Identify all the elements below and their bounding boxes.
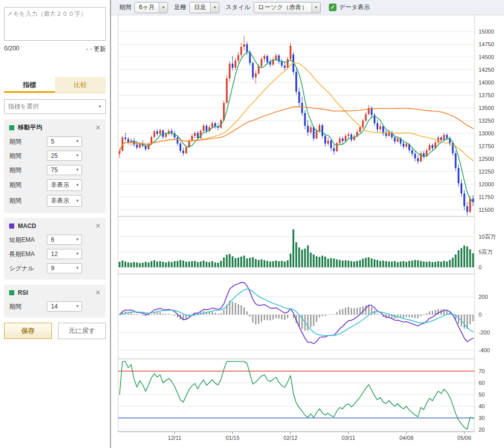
svg-text:02/12: 02/12 [284, 435, 298, 441]
x-axis-labels: 12/1101/1502/1203/1104/0805/06 [168, 432, 471, 441]
checkbox-checked-icon: ✓ [329, 4, 337, 11]
param-value: 6 [51, 236, 54, 243]
memo-meta: 0/200 - - 更新 [4, 45, 106, 53]
svg-text:03/11: 03/11 [342, 435, 355, 441]
param-row: 長期EMA 12 ▼ [9, 247, 102, 261]
param-label: 期間 [9, 152, 47, 160]
grid-and-axis-labels: 1500014750145001425014000137501350013250… [118, 29, 496, 433]
svg-text:50: 50 [479, 391, 485, 398]
param-label: 長期EMA [9, 250, 47, 259]
rsi-line [120, 361, 473, 429]
chart-area: 期間 6ヶ月 ▼ 足種 日足 ▼ スタイル ローソク（赤青） ▼ ✓ データ表示… [111, 0, 504, 448]
macd-fast-dropdown[interactable]: 6 ▼ [47, 235, 82, 245]
volume-bars [119, 230, 474, 267]
param-row: 期間 5 ▼ [9, 134, 102, 149]
section-rsi: RSI × 期間 14 ▼ [4, 285, 106, 318]
param-value: 非表示 [51, 197, 69, 205]
svg-text:-200: -200 [479, 329, 490, 335]
ma-period-1-dropdown[interactable]: 5 ▼ [47, 136, 82, 147]
chart-toolbar: 期間 6ヶ月 ▼ 足種 日足 ▼ スタイル ローソク（赤青） ▼ ✓ データ表示 [111, 0, 504, 15]
style-dropdown[interactable]: ローソク（赤青） ▼ [254, 2, 321, 13]
memo-input[interactable] [4, 7, 106, 41]
svg-text:14250: 14250 [479, 67, 494, 73]
param-value: 9 [51, 265, 54, 272]
param-label: 期間 [9, 302, 47, 311]
indicator-select-placeholder: 指標を選択 [8, 102, 39, 111]
param-label: 期間 [9, 137, 47, 146]
svg-text:11750: 11750 [479, 194, 494, 200]
svg-text:40: 40 [479, 403, 485, 409]
param-row: 期間 非表示 ▼ [9, 193, 102, 209]
tab-indicators[interactable]: 指標 [4, 77, 55, 93]
param-label: シグナル [9, 264, 47, 273]
svg-text:200: 200 [479, 294, 488, 300]
svg-text:12/11: 12/11 [168, 435, 182, 441]
tab-compare[interactable]: 比較 [55, 77, 106, 93]
style-value: ローソク（赤青） [254, 3, 312, 13]
memo-updated: - - 更新 [86, 45, 106, 53]
rsi-color-swatch [9, 290, 14, 295]
sidebar: 0/200 - - 更新 指標 比較 指標を選択 ▼ 移動平均 × 期間 5 ▼ [0, 0, 111, 448]
chevron-down-icon: ▼ [210, 3, 219, 13]
bartype-value: 日足 [190, 3, 210, 13]
svg-text:13750: 13750 [479, 92, 494, 98]
ma-period-5-dropdown[interactable]: 非表示 ▼ [47, 195, 82, 207]
bartype-label: 足種 [174, 3, 186, 12]
bartype-dropdown[interactable]: 日足 ▼ [189, 2, 219, 13]
reset-button[interactable]: 元に戻す [58, 323, 106, 339]
chevron-down-icon: ▼ [98, 105, 102, 109]
param-row: 期間 非表示 ▼ [9, 177, 102, 193]
svg-text:14500: 14500 [479, 54, 494, 60]
data-display-toggle[interactable]: ✓ データ表示 [329, 3, 370, 12]
macd-histogram [119, 301, 473, 331]
app: 0/200 - - 更新 指標 比較 指標を選択 ▼ 移動平均 × 期間 5 ▼ [0, 0, 504, 448]
param-value: 75 [51, 166, 58, 174]
chevron-down-icon: ▼ [75, 199, 79, 203]
svg-text:20: 20 [479, 427, 485, 433]
ma-period-2-dropdown[interactable]: 25 ▼ [47, 151, 82, 161]
chevron-down-icon: ▼ [312, 3, 320, 13]
chevron-down-icon: ▼ [75, 266, 79, 270]
chevron-down-icon: ▼ [75, 304, 79, 309]
rsi-period-dropdown[interactable]: 14 ▼ [47, 301, 82, 312]
close-icon[interactable]: × [94, 289, 102, 297]
param-value: 25 [51, 152, 58, 159]
period-label: 期間 [119, 3, 131, 12]
ma-period-3-dropdown[interactable]: 75 ▼ [47, 165, 82, 175]
sidebar-buttons: 保存 元に戻す [4, 323, 106, 339]
indicator-select[interactable]: 指標を選択 ▼ [4, 99, 106, 114]
svg-text:14750: 14750 [479, 41, 494, 47]
param-label: 期間 [9, 166, 47, 175]
svg-text:12250: 12250 [479, 169, 494, 175]
svg-text:60: 60 [479, 380, 485, 386]
svg-text:5百万: 5百万 [479, 249, 493, 255]
param-label: 期間 [9, 181, 47, 189]
save-button[interactable]: 保存 [4, 323, 52, 339]
svg-text:13000: 13000 [479, 130, 494, 136]
data-display-label: データ表示 [339, 3, 370, 12]
stock-chart[interactable]: 1500014750145001425014000137501350013250… [111, 15, 504, 448]
param-row: 短期EMA 6 ▼ [9, 233, 102, 247]
svg-text:04/08: 04/08 [399, 435, 413, 441]
svg-text:12000: 12000 [479, 181, 494, 187]
param-value: 5 [51, 138, 54, 145]
chevron-down-icon: ▼ [75, 154, 79, 158]
svg-text:14000: 14000 [479, 79, 494, 86]
macd-slow-dropdown[interactable]: 12 ▼ [47, 249, 82, 259]
ma-period-4-dropdown[interactable]: 非表示 ▼ [47, 179, 82, 191]
svg-text:-400: -400 [479, 347, 490, 353]
svg-text:10百万: 10百万 [479, 234, 496, 240]
chevron-down-icon: ▼ [159, 3, 167, 13]
svg-text:05/06: 05/06 [457, 435, 471, 441]
close-icon[interactable]: × [94, 124, 102, 132]
svg-text:30: 30 [479, 415, 485, 421]
svg-text:12750: 12750 [479, 143, 494, 149]
svg-text:01/15: 01/15 [226, 435, 240, 441]
close-icon[interactable]: × [94, 222, 102, 230]
param-label: 期間 [9, 197, 47, 205]
param-row: シグナル 9 ▼ [9, 261, 102, 275]
svg-text:0: 0 [479, 264, 482, 270]
macd-signal-dropdown[interactable]: 9 ▼ [47, 263, 82, 273]
period-dropdown[interactable]: 6ヶ月 ▼ [134, 2, 168, 13]
param-row: 期間 75 ▼ [9, 163, 102, 177]
